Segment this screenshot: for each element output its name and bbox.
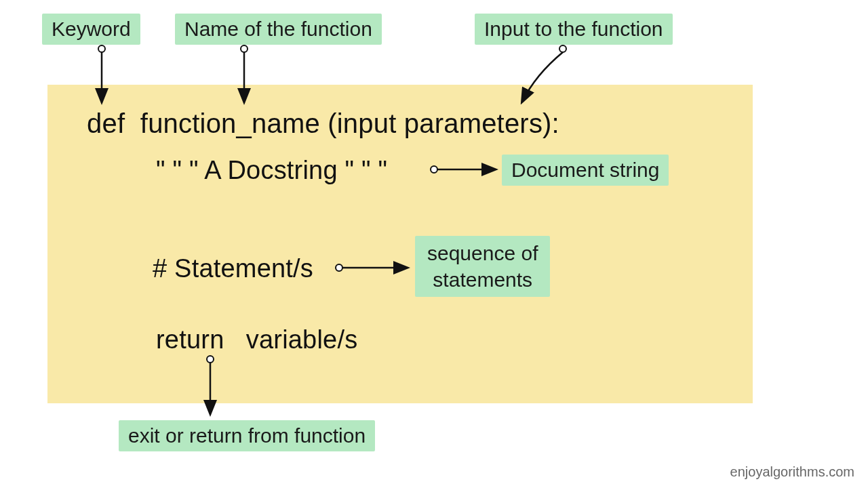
label-sequence-of-statements: sequence of statements xyxy=(415,236,550,297)
watermark: enjoyalgorithms.com xyxy=(730,464,854,480)
label-exit-or-return: exit or return from function xyxy=(119,420,375,451)
svg-point-1 xyxy=(98,45,105,52)
label-keyword: Keyword xyxy=(42,14,140,45)
code-params: (input parameters): xyxy=(328,108,559,138)
label-name-of-function: Name of the function xyxy=(175,14,382,45)
label-sequence-line1: sequence of xyxy=(427,242,538,264)
label-document-string: Document string xyxy=(502,155,669,186)
label-sequence-line2: statements xyxy=(433,268,532,291)
code-docstring: " " " A Docstring " " " xyxy=(156,156,387,185)
code-def-keyword: def xyxy=(87,108,125,138)
svg-point-3 xyxy=(241,45,248,52)
code-signature: def function_name (input parameters): xyxy=(87,108,559,139)
code-function-name: function_name xyxy=(140,108,320,138)
code-return: return variable/s xyxy=(156,325,357,354)
svg-point-5 xyxy=(559,45,566,52)
code-return-variable: variable/s xyxy=(246,325,358,354)
code-return-keyword: return xyxy=(156,325,224,354)
label-input-to-function: Input to the function xyxy=(475,14,673,45)
code-statements: # Statement/s xyxy=(153,254,313,283)
